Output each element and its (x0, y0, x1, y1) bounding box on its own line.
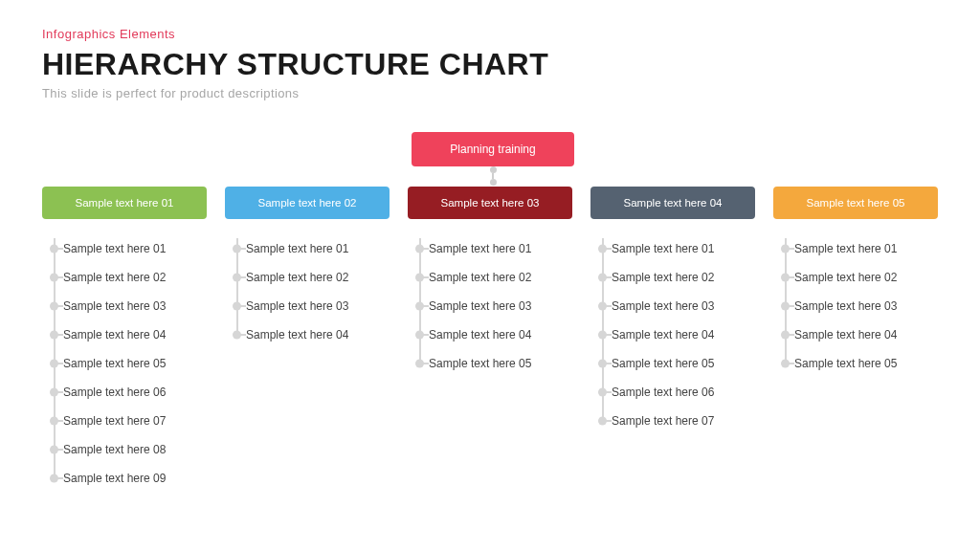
list-item: Sample text here 02 (63, 263, 207, 292)
list-item: Sample text here 06 (63, 378, 207, 407)
tick-line (785, 334, 794, 336)
header-block: Infographics Elements HIERARCHY STRUCTUR… (42, 27, 548, 100)
list-item: Sample text here 05 (429, 349, 572, 378)
list-item-label: Sample text here 04 (246, 328, 348, 342)
connector-top (491, 166, 495, 186)
list-item-label: Sample text here 08 (63, 443, 166, 456)
tick-line (419, 305, 429, 307)
tick-line (602, 420, 612, 422)
list-item: Sample text here 02 (246, 263, 390, 292)
tick-line (54, 449, 63, 451)
column-header: Sample text here 01 (42, 187, 207, 219)
column-items: Sample text here 01Sample text here 02Sa… (408, 234, 572, 378)
tick-line (785, 276, 794, 278)
list-item: Sample text here 04 (429, 320, 572, 349)
list-item: Sample text here 02 (429, 263, 572, 292)
list-item: Sample text here 04 (794, 320, 938, 349)
list-item-label: Sample text here 01 (612, 242, 714, 255)
list-item-label: Sample text here 04 (612, 328, 714, 342)
column-items: Sample text here 01Sample text here 02Sa… (773, 234, 938, 378)
column-5: Sample text here 05Sample text here 01Sa… (773, 187, 938, 493)
page-title: HIERARCHY STRUCTURE CHART (42, 47, 548, 82)
tick-line (54, 305, 63, 307)
tick-line (602, 334, 612, 336)
list-item: Sample text here 03 (63, 292, 207, 320)
top-box: Planning training (412, 132, 574, 166)
list-item-label: Sample text here 01 (63, 242, 166, 255)
list-item-label: Sample text here 09 (63, 472, 166, 485)
tick-line (236, 276, 246, 278)
column-items: Sample text here 01Sample text here 02Sa… (590, 234, 755, 435)
column-header: Sample text here 03 (408, 187, 572, 219)
column-header: Sample text here 05 (773, 187, 938, 219)
list-item-label: Sample text here 03 (63, 299, 166, 313)
column-header: Sample text here 04 (590, 187, 755, 219)
list-item-label: Sample text here 04 (794, 328, 897, 342)
column-header: Sample text here 02 (225, 187, 390, 219)
list-item-label: Sample text here 06 (63, 386, 166, 399)
list-item-label: Sample text here 07 (63, 414, 166, 428)
tick-line (54, 477, 63, 479)
list-item-label: Sample text here 03 (612, 299, 714, 313)
tick-line (785, 248, 794, 250)
list-item-label: Sample text here 05 (63, 357, 166, 370)
tick-line (419, 276, 429, 278)
list-item: Sample text here 06 (612, 378, 755, 407)
list-item-label: Sample text here 01 (794, 242, 897, 255)
tick-line (236, 305, 246, 307)
tick-line (54, 334, 63, 336)
tick-line (602, 276, 612, 278)
column-1: Sample text here 01Sample text here 01Sa… (42, 187, 207, 493)
list-item-label: Sample text here 06 (612, 386, 714, 399)
list-item: Sample text here 07 (63, 407, 207, 435)
column-items: Sample text here 01Sample text here 02Sa… (225, 234, 390, 349)
column-items: Sample text here 01Sample text here 02Sa… (42, 234, 207, 493)
list-item-label: Sample text here 02 (246, 271, 348, 284)
tick-line (602, 363, 612, 364)
list-item: Sample text here 02 (794, 263, 938, 292)
tick-line (602, 248, 612, 250)
tick-line (54, 391, 63, 393)
list-item-label: Sample text here 02 (63, 271, 166, 284)
list-item: Sample text here 09 (63, 464, 207, 493)
list-item: Sample text here 01 (63, 234, 207, 263)
list-item-label: Sample text here 03 (429, 299, 531, 313)
tick-line (236, 334, 246, 336)
tick-line (419, 363, 429, 364)
list-item: Sample text here 05 (794, 349, 938, 378)
list-item: Sample text here 08 (63, 435, 207, 464)
list-item: Sample text here 01 (612, 234, 755, 263)
tick-line (602, 391, 612, 393)
list-item: Sample text here 03 (246, 292, 390, 320)
eyebrow: Infographics Elements (42, 27, 548, 41)
tick-line (602, 305, 612, 307)
tick-line (54, 363, 63, 364)
list-item: Sample text here 02 (612, 263, 755, 292)
list-item-label: Sample text here 03 (794, 299, 897, 313)
column-2: Sample text here 02Sample text here 01Sa… (225, 187, 390, 493)
list-item: Sample text here 05 (63, 349, 207, 378)
list-item-label: Sample text here 07 (612, 414, 714, 428)
subtitle: This slide is perfect for product descri… (42, 86, 548, 100)
list-item: Sample text here 07 (612, 407, 755, 435)
list-item-label: Sample text here 01 (246, 242, 348, 255)
list-item: Sample text here 03 (794, 292, 938, 320)
tick-line (419, 334, 429, 336)
list-item-label: Sample text here 05 (794, 357, 897, 370)
list-item: Sample text here 03 (429, 292, 572, 320)
list-item-label: Sample text here 05 (612, 357, 714, 370)
columns: Sample text here 01Sample text here 01Sa… (42, 187, 938, 493)
list-item: Sample text here 04 (63, 320, 207, 349)
tick-line (54, 248, 63, 250)
list-item: Sample text here 04 (246, 320, 390, 349)
tick-line (54, 420, 63, 422)
list-item-label: Sample text here 05 (429, 357, 531, 370)
list-item: Sample text here 04 (612, 320, 755, 349)
list-item: Sample text here 03 (612, 292, 755, 320)
column-3: Sample text here 03Sample text here 01Sa… (408, 187, 572, 493)
tick-line (54, 276, 63, 278)
list-item: Sample text here 01 (246, 234, 390, 263)
list-item-label: Sample text here 01 (429, 242, 531, 255)
list-item-label: Sample text here 03 (246, 299, 348, 313)
column-4: Sample text here 04Sample text here 01Sa… (590, 187, 755, 493)
